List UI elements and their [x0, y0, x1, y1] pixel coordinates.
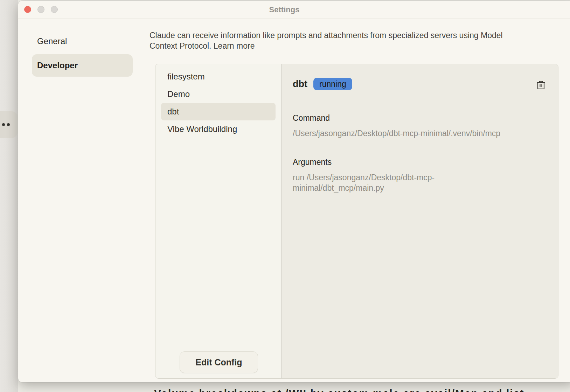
- server-list-item-vibe-worldbuilding[interactable]: Vibe Worldbuilding: [161, 120, 276, 138]
- dot-icon: [7, 123, 10, 126]
- window-title: Settings: [249, 1, 319, 19]
- background-clipped-text: Volume breakdowns at /WII by custom male…: [154, 386, 570, 392]
- server-list-item-demo[interactable]: Demo: [161, 85, 276, 103]
- edit-config-button[interactable]: Edit Config: [180, 351, 258, 373]
- titlebar: Settings: [18, 1, 570, 19]
- arguments-label: Arguments: [293, 158, 332, 167]
- command-label: Command: [293, 113, 330, 123]
- server-list-item-dbt[interactable]: dbt: [161, 103, 276, 120]
- settings-window: Settings General Developer Claude can re…: [18, 1, 570, 382]
- description-text: Claude can receive information like prom…: [150, 31, 503, 50]
- desktop-screen: Volume breakdowns at /WII by custom male…: [0, 0, 570, 392]
- background-dots-chip: [0, 111, 18, 138]
- background-window-edge: [0, 0, 18, 392]
- minimize-button[interactable]: [37, 6, 44, 13]
- tab-developer[interactable]: Developer: [32, 54, 133, 77]
- zoom-button[interactable]: [51, 6, 58, 13]
- close-button[interactable]: [24, 6, 31, 13]
- detail-header: dbt running: [293, 77, 352, 91]
- delete-server-button[interactable]: [536, 80, 545, 90]
- arguments-value: run /Users/jasonganz/Desktop/dbt-mcp-min…: [293, 172, 457, 193]
- mcp-description: Claude can receive information like prom…: [150, 30, 529, 51]
- server-list-item-filesystem[interactable]: filesystem: [161, 68, 276, 85]
- mcp-servers-card: filesystem Demo dbt Vibe Worldbuilding E…: [155, 64, 558, 379]
- server-list: filesystem Demo dbt Vibe Worldbuilding E…: [155, 64, 281, 378]
- learn-more-link[interactable]: Learn more: [214, 41, 255, 50]
- trash-icon: [536, 80, 545, 90]
- server-detail-panel: dbt running Command /U: [281, 64, 558, 378]
- server-name: dbt: [293, 79, 307, 90]
- dot-icon: [2, 123, 5, 126]
- tab-general[interactable]: General: [37, 34, 138, 49]
- status-badge: running: [313, 78, 352, 90]
- command-value: /Users/jasonganz/Desktop/dbt-mcp-minimal…: [293, 128, 538, 139]
